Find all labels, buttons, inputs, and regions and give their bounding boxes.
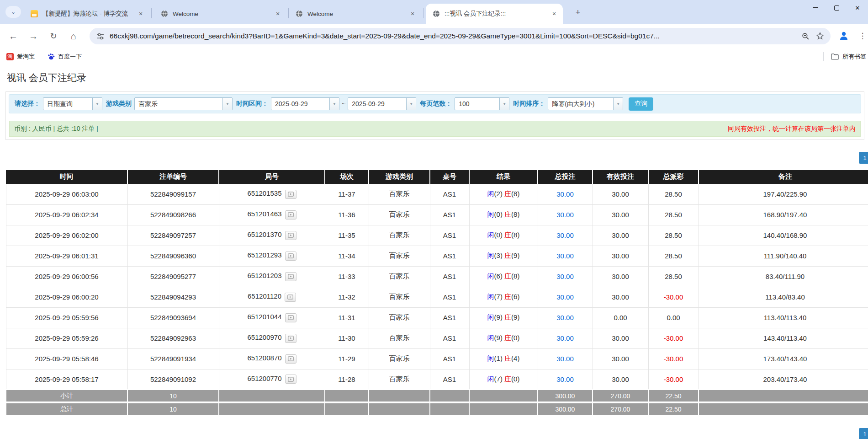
round-replay-icon[interactable] [285,354,296,364]
round-replay-icon[interactable] [285,210,296,220]
round-replay-icon[interactable] [285,293,296,302]
cell-game-type: 百家乐 [369,348,430,369]
round-replay-icon[interactable] [285,252,296,261]
address-bar[interactable]: 66cxkj98.com/game/betrecord_search/kind3… [90,28,831,44]
chevron-down-icon[interactable]: ▼ [406,98,416,110]
cell-total-bet[interactable]: 30.00 [538,246,593,266]
cell-total-bet[interactable]: 30.00 [538,328,593,348]
forward-icon[interactable]: → [27,30,39,42]
site-settings-tune-icon[interactable] [95,31,105,41]
browser-toolbar: ← → ↻ ⌂ 66cxkj98.com/game/betrecord_sear… [0,24,868,48]
bet-records-table: 时间 注单编号 局号 场次 游戏类别 桌号 结果 总投注 有效投注 总派彩 备注… [5,170,868,416]
window-close-button[interactable]: ✕ [847,0,868,16]
date-range-label: 时间区间： [236,100,268,108]
table-row: 2025-09-29 06:00:56522849095277651201203… [6,266,868,287]
tab-close-icon[interactable]: ✕ [408,10,417,18]
result-banker: 庄 [504,231,511,239]
back-icon[interactable]: ← [7,30,19,42]
cell-total-bet[interactable]: 30.00 [538,204,593,225]
zoom-level-icon[interactable] [800,31,810,41]
round-replay-icon[interactable] [285,334,296,343]
cell-session: 11-28 [325,369,369,390]
tab-close-icon[interactable]: ✕ [550,10,558,18]
round-replay-icon[interactable] [285,375,296,384]
date-end-select[interactable]: 2025-09-29 ▼ [348,97,416,110]
all-bookmarks-button[interactable]: 所有书签 [831,53,866,61]
query-type-select[interactable]: 日期查询 ▼ [43,97,102,110]
cell-session: 11-31 [325,307,369,328]
cell-payout: -30.00 [648,287,699,307]
cell-total-bet[interactable]: 30.00 [538,266,593,287]
tab-close-icon[interactable]: ✕ [137,10,145,18]
browser-tab-active-bet-records[interactable]: :::视讯 会员下注纪录::: ✕ [426,4,563,24]
browser-menu-icon[interactable]: ⋮ [858,30,867,42]
cell-game-type: 百家乐 [369,225,430,246]
pagination-page-1-top[interactable]: 1 [859,152,868,164]
round-replay-icon[interactable] [285,231,296,240]
chevron-down-icon[interactable]: ▼ [613,98,623,110]
round-replay-icon[interactable] [285,313,296,322]
home-icon[interactable]: ⌂ [68,30,79,42]
forum-favicon-icon [30,10,38,18]
cell-total-bet[interactable]: 30.00 [538,369,593,390]
date-start-select[interactable]: 2025-09-29 ▼ [271,97,339,110]
cell-total-bet[interactable]: 30.00 [538,348,593,369]
bookmark-taobao[interactable]: 淘 爱淘宝 [6,53,35,61]
browser-tab-welcome-2[interactable]: Welcome ✕ [289,4,421,24]
cell-total-bet[interactable]: 30.00 [538,287,593,307]
cell-result: 闲(6) 庄(8) [469,266,538,287]
tab-search-chevron-icon[interactable]: ⌄ [5,6,21,18]
browser-tab-strip: ⌄ 【新提醒】海燕论坛 - 博学交流 ✕ Welcome ✕ Welcome ✕… [0,0,868,24]
subtotal-empty [699,390,868,402]
tab-title: Welcome [173,11,271,17]
per-page-select[interactable]: 100 ▼ [455,97,509,110]
result-banker: 庄 [504,334,511,342]
total-empty [469,402,538,415]
profile-avatar-icon[interactable] [837,29,850,42]
result-player-score: (9) [494,334,505,342]
total-empty [219,402,325,415]
browser-tab-forum[interactable]: 【新提醒】海燕论坛 - 博学交流 ✕ [24,4,149,24]
chevron-down-icon[interactable]: ▼ [329,98,339,110]
subtotal-valid-bet: 270.00 [593,390,648,402]
url-text[interactable]: 66cxkj98.com/game/betrecord_search/kind3… [110,32,796,40]
chevron-down-icon[interactable]: ▼ [499,98,509,110]
total-count: 10 [127,402,219,415]
cell-bet-id: 522849097257 [127,225,219,246]
bookmark-star-icon[interactable] [815,31,825,41]
result-player: 闲 [487,354,494,362]
reload-icon[interactable]: ↻ [48,30,59,42]
cell-note: 83.40/111.90 [699,266,868,287]
round-replay-icon[interactable] [285,190,296,199]
result-player: 闲 [487,334,494,342]
result-player: 闲 [487,375,494,383]
subtotal-row: 小计 10 300.00 270.00 22.50 [6,390,868,402]
new-tab-button[interactable]: + [572,6,584,18]
result-player-score: (2) [494,190,505,198]
game-kind-select[interactable]: 百家乐 ▼ [134,97,233,110]
cell-session: 11-33 [325,266,369,287]
bookmark-baidu[interactable]: 百度一下 [48,53,82,61]
cell-total-bet[interactable]: 30.00 [538,184,593,204]
search-button[interactable]: 查询 [629,97,653,111]
cell-bet-id: 522849099157 [127,184,219,204]
window-maximize-button[interactable] [826,0,847,16]
chevron-down-icon[interactable]: ▼ [222,98,232,110]
browser-tab-welcome-1[interactable]: Welcome ✕ [154,4,286,24]
cell-round: 651201535 [219,184,325,204]
cell-session: 11-37 [325,184,369,204]
pagination-page-1-bottom[interactable]: 1 [859,428,868,439]
total-empty [699,402,868,415]
cell-total-bet[interactable]: 30.00 [538,307,593,328]
result-banker: 庄 [504,375,511,383]
round-replay-icon[interactable] [285,272,296,281]
result-banker: 庄 [504,272,511,280]
cell-result: 闲(0) 庄(8) [469,204,538,225]
round-number: 651201044 [247,313,281,321]
chevron-down-icon[interactable]: ▼ [92,98,102,110]
window-minimize-button[interactable] [805,0,826,16]
cell-total-bet[interactable]: 30.00 [538,225,593,246]
tab-close-icon[interactable]: ✕ [274,10,282,18]
sort-select[interactable]: 降幂(由大到小) ▼ [548,97,623,110]
cell-game-type: 百家乐 [369,204,430,225]
